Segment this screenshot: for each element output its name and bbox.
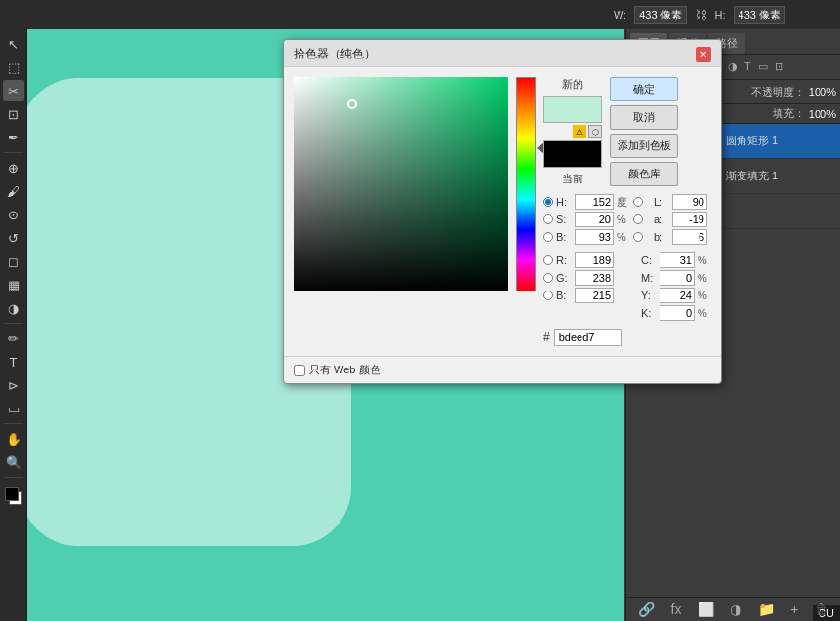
height-value[interactable]: 433 像素 [734,6,785,24]
height-label: H: [715,9,726,20]
color-gradient-picker[interactable] [294,77,508,291]
hue-radio[interactable] [543,197,553,207]
new-group-btn[interactable]: 📁 [758,602,775,617]
y-input[interactable]: 24 [660,288,695,303]
hue-slider-arrow [537,143,543,153]
hex-input[interactable]: bdeed7 [554,329,622,346]
top-toolbar: W: 433 像素 ⛓ H: 433 像素 [0,0,840,29]
lasso-tool[interactable]: ✂ [3,80,24,101]
b2-label: B: [556,290,572,301]
dialog-title: 拾色器（纯色） [294,46,376,62]
b3-input[interactable]: 6 [672,229,707,245]
a-input[interactable]: -19 [672,212,707,227]
path-tool[interactable]: ⊳ [3,374,24,396]
move-tool[interactable]: ↖ [3,33,24,55]
b-radio[interactable] [543,232,553,242]
hue-slider [516,77,536,291]
b-input[interactable]: 93 [575,229,614,245]
stamp-tool[interactable]: ⊙ [3,204,24,225]
web-colors-label: 只有 Web 颜色 [309,363,380,377]
add-mask-btn[interactable]: ⬜ [698,602,714,617]
b2-input[interactable]: 215 [575,288,614,303]
ok-button[interactable]: 确定 [610,77,678,101]
k-label: K: [641,307,657,319]
c-unit: % [698,254,707,266]
filter-smart-btn[interactable]: ⊡ [773,59,785,74]
hex-row: # bdeed7 [543,329,711,346]
cancel-button[interactable]: 取消 [610,105,678,130]
gamut-warning-icon[interactable]: ⚠ [573,125,586,138]
pen-tool[interactable]: ✏ [3,328,24,349]
b2-radio[interactable] [543,291,553,300]
a-radio[interactable] [633,214,643,224]
filter-type-btn[interactable]: T [742,59,753,74]
shape-tool[interactable]: ▭ [3,398,24,419]
color-swatch-group[interactable] [3,485,24,507]
c-input[interactable]: 31 [660,252,695,268]
r-input[interactable]: 189 [575,252,614,268]
m-input[interactable]: 0 [660,270,695,286]
dialog-right-panel: 新的 ⚠ ⬡ 当前 确定 取消 添加到色板 颜色库 [543,77,711,346]
r-radio[interactable] [543,255,553,265]
hue-input[interactable]: 152 [575,194,614,210]
current-color-label: 当前 [562,172,583,186]
width-value[interactable]: 433 像素 [634,6,686,24]
l-label: L: [654,196,669,208]
crop-tool[interactable]: ⊡ [3,103,24,125]
dialog-close-button[interactable]: ✕ [696,47,711,62]
hand-tool[interactable]: ✋ [3,428,24,449]
b-label: B: [556,231,572,243]
s-unit: % [617,213,630,225]
eyedropper-tool[interactable]: ✒ [3,127,24,148]
new-adjustment-btn[interactable]: ◑ [730,602,741,617]
l-radio[interactable] [633,197,643,207]
blue-row: B: 215 Y: 24 % [543,288,711,303]
r-label: R: [556,254,572,266]
fill-label: 填充： [773,106,805,121]
zoom-tool[interactable]: 🔍 [3,451,24,473]
foreground-color-swatch[interactable] [5,487,19,501]
width-label: W: [614,9,626,20]
new-color-label: 新的 [562,77,583,92]
hue-row: H: 152 度 L: 90 [543,194,711,210]
history-tool[interactable]: ↺ [3,227,24,249]
l-input[interactable]: 90 [672,194,707,210]
web-colors-checkbox[interactable] [294,365,305,376]
type-tool[interactable]: T [3,351,24,372]
new-layer-btn[interactable]: + [790,602,798,617]
add-swatch-button[interactable]: 添加到色板 [610,134,678,158]
a-label: a: [654,213,669,225]
eraser-tool[interactable]: ◻ [3,251,24,272]
gradient-tool[interactable]: ▦ [3,274,24,295]
color-lib-button[interactable]: 颜色库 [610,162,678,186]
dialog-titlebar: 拾色器（纯色） ✕ [284,40,721,67]
healing-tool[interactable]: ⊕ [3,157,24,178]
s-radio[interactable] [543,214,553,224]
k-row: K: 0 % [543,305,711,321]
g-radio[interactable] [543,273,553,283]
green-row: G: 238 M: 0 % [543,270,711,286]
layer-name-2[interactable]: 渐变填充 1 [726,169,836,183]
dodge-tool[interactable]: ◑ [3,297,24,319]
link-layers-btn[interactable]: 🔗 [638,602,655,617]
s-label: S: [556,213,572,225]
layer-name-1[interactable]: 圆角矩形 1 [726,134,836,148]
web-safe-icon[interactable]: ⬡ [588,125,602,138]
opacity-label: 不透明度： [751,85,805,99]
g-input[interactable]: 238 [575,270,614,286]
y-label: Y: [641,290,657,301]
hue-slider-container[interactable] [516,77,536,291]
s-input[interactable]: 20 [575,212,614,227]
b3-radio[interactable] [633,232,643,242]
selection-tool[interactable]: ⬚ [3,57,24,78]
current-color-preview [543,140,602,168]
hue-label: H: [556,196,572,208]
filter-shape-btn[interactable]: ▭ [756,59,770,74]
c-label: C: [641,254,657,266]
filter-adjust-btn[interactable]: ◑ [726,59,740,74]
hex-hash: # [543,330,550,344]
layer-style-btn[interactable]: fx [671,602,682,617]
k-input[interactable]: 0 [660,305,695,321]
brush-tool[interactable]: 🖌 [3,180,24,202]
chain-icon: ⛓ [695,8,707,22]
